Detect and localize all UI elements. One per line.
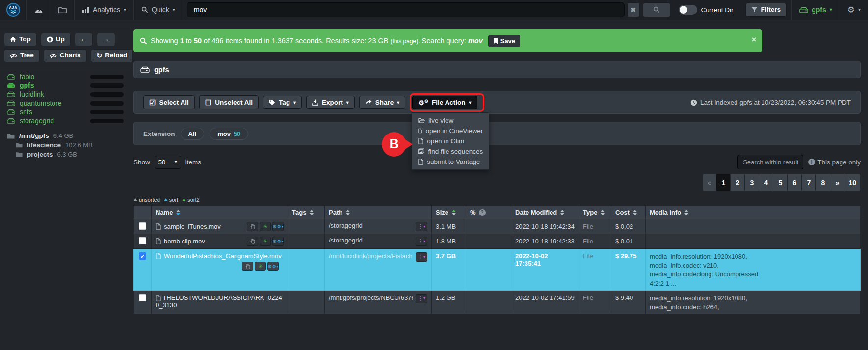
file-path[interactable]: /mnt/gpfs/projects/NBCU/637609 [329,294,413,301]
sort-link-sort[interactable]: sort [164,197,178,203]
sort-arrows-icon[interactable] [601,210,605,215]
page-button-1[interactable]: 1 [716,174,731,191]
search-submit-button[interactable] [643,2,670,17]
back-button[interactable]: ← [75,33,93,46]
row-checkbox[interactable] [139,222,146,230]
page-button-8[interactable]: 8 [816,174,830,191]
reload-button[interactable]: ↻ Reload [91,49,133,62]
menu-item-submit-vantage[interactable]: submit to Vantage [412,157,489,167]
tag-menu-button[interactable]: Tag ▾ [263,96,302,109]
menu-item-open-cineviewer[interactable]: open in CineViewer [412,126,489,136]
sort-arrows-icon[interactable] [346,210,350,215]
glim-action-button[interactable]: ✳ [255,262,266,271]
page-prev-button[interactable]: « [702,174,716,191]
row-file-action-button[interactable]: ⚙⚙▾ [267,262,279,271]
row-file-action-button[interactable]: ⚙⚙▾ [272,237,284,246]
menu-item-find-file-sequences[interactable]: find file sequences [412,146,489,157]
sort-arrows-icon[interactable] [452,210,456,215]
row-file-action-button[interactable]: ⚙⚙▾ [272,222,284,231]
column-header-name[interactable]: Name [152,206,288,219]
sidebar-volume-snfs[interactable]: snfs [0,108,131,116]
sort-arrows-icon[interactable] [176,210,180,215]
save-query-button[interactable]: Save [488,35,520,47]
sidebar-dir-mnt-gpfs[interactable]: /mnt/gpfs 6.4 GB [0,131,131,140]
file-path[interactable]: /mnt/lucidlink/projects/Pistachio [329,252,413,260]
file-path[interactable]: /storagegrid [329,237,413,244]
page-button-4[interactable]: 4 [759,174,773,191]
glim-action-button[interactable]: ✳ [260,222,271,231]
file-name[interactable]: bomb clip.mov [164,238,205,245]
path-menu-button[interactable]: ⋮▾ [416,222,427,231]
search-within-results-input[interactable] [737,155,803,169]
unselect-all-button[interactable]: ☐ Unselect All [199,95,259,109]
path-menu-button[interactable]: ⋮▾ [416,237,427,246]
row-checkbox[interactable] [139,237,146,244]
quick-menu[interactable]: Quick ▾ [134,0,183,20]
export-menu-button[interactable]: Export ▾ [306,96,355,109]
file-action-menu-button[interactable]: ⚙⚙ File Action ▾ [412,96,477,109]
menu-item-live-view[interactable]: live view [412,115,489,126]
sidebar-dir-projects[interactable]: projects 6.3 GB [0,150,131,159]
column-header-media[interactable]: Media Info [646,206,861,219]
browse-button[interactable] [51,0,75,20]
sort-arrows-icon[interactable] [684,210,688,215]
top-button[interactable]: Top [4,33,37,46]
select-all-button[interactable]: ☑ Select All [143,95,195,109]
current-dir-toggle[interactable] [679,5,697,15]
dashboard-button[interactable] [27,0,51,20]
page-next-button[interactable]: » [830,174,844,191]
alert-close-button[interactable]: × [752,36,756,44]
volume-selector[interactable]: gpfs ▾ [791,0,840,20]
page-size-select[interactable]: 50 ▾ [155,156,181,169]
sidebar-volume-quantumstore[interactable]: quantumstore [0,99,131,108]
file-name[interactable]: sample_iTunes.mov [164,223,221,230]
file-path[interactable]: /storagegrid [329,222,413,229]
pick-action-button[interactable] [247,222,258,231]
glim-action-button[interactable]: ✳ [260,237,271,246]
column-header-tags[interactable]: Tags [288,206,325,219]
column-header-type[interactable]: Type [579,206,611,219]
row-checkbox[interactable]: ✓ [139,252,146,260]
sidebar-volume-gpfs[interactable]: gpfs [0,81,131,90]
sidebar-volume-fabio[interactable]: fabio [0,72,131,81]
file-name[interactable]: WonderfulPistachios_GangnamStyle.mov [164,252,282,260]
page-button-2[interactable]: 2 [731,174,745,191]
row-checkbox[interactable] [139,294,146,301]
settings-menu[interactable]: ⚙ ▾ [840,0,868,20]
extension-pill-all[interactable]: All [181,128,205,140]
sort-link-sort2[interactable]: sort2 [182,197,199,203]
page-button-7[interactable]: 7 [802,174,816,191]
page-button-6[interactable]: 6 [788,174,802,191]
column-header-percent[interactable]: % ? [466,206,511,219]
path-menu-button[interactable]: ⋮▾ [416,294,427,303]
forward-button[interactable]: → [97,33,115,46]
filters-button[interactable]: Filters [745,3,787,17]
page-button-5[interactable]: 5 [773,174,788,191]
tree-toggle-button[interactable]: Tree [4,49,40,62]
file-name[interactable]: THELOSTWORLDJURASSICPARK_02240_3130 [156,294,282,309]
sidebar-volume-lucidlink[interactable]: lucidlink [0,90,131,99]
page-button-3[interactable]: 3 [745,174,759,191]
extension-pill-mov[interactable]: mov 50 [210,128,248,140]
menu-item-open-glim[interactable]: open in Glim [412,136,489,146]
clear-search-button[interactable]: ✖ [627,2,640,17]
sidebar-volume-storagegrid[interactable]: storagegrid [0,116,131,125]
share-menu-button[interactable]: Share ▾ [359,96,406,109]
column-header-modified[interactable]: Date Modified [511,206,579,219]
sidebar-dir-lifescience[interactable]: lifescience 102.6 MB [0,140,131,150]
global-search-input[interactable] [187,2,625,17]
pick-action-button[interactable] [242,262,253,271]
column-header-cost[interactable]: Cost [611,206,646,219]
sort-arrows-icon[interactable] [310,210,314,215]
page-button-10[interactable]: 10 [844,174,861,191]
up-button[interactable]: Up [41,33,71,46]
sort-link-unsorted[interactable]: unsorted [133,197,160,203]
path-menu-button[interactable]: ⋮▾ [416,252,427,262]
analytics-menu[interactable]: Analytics ▾ [75,0,134,20]
charts-toggle-button[interactable]: Charts [44,49,87,62]
pick-action-button[interactable] [247,237,258,246]
sort-arrows-icon[interactable] [633,210,637,215]
app-logo[interactable]: AJA [0,0,27,20]
column-header-size[interactable]: Size [432,206,466,219]
sort-arrows-icon[interactable] [560,210,564,215]
